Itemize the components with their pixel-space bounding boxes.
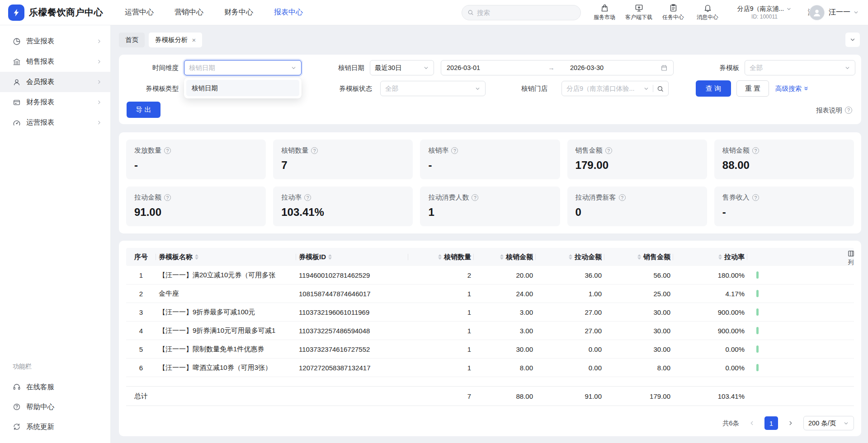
main-content: 首页 券模板分析 × 时间维度 核销日期 核销日期 最近30日 2026-03-… [111,25,868,443]
tab-coupon-template-analysis[interactable]: 券模板分析 × [149,33,202,47]
chevron-down-icon [849,37,856,43]
stat-card-coupon-revenue: 售券收入? - [714,187,854,226]
avatar[interactable] [809,5,825,20]
date-end[interactable]: 2026-03-30 [570,64,656,71]
action-task-center[interactable]: 任务中心 [656,4,690,21]
search-icon [467,9,474,16]
column-settings-button[interactable]: 列 [844,250,858,266]
help-icon[interactable]: ? [164,194,171,201]
stat-value: - [134,159,258,172]
refresh-icon [13,423,21,431]
header-verified-count[interactable]: 核销数量 [408,248,474,266]
help-icon[interactable]: ? [752,194,759,201]
cell-template-name: 【汪一一】啤酒立减10券（可用3张） [156,359,296,377]
client-download-icon [635,4,643,12]
app-logo-icon[interactable] [8,5,24,21]
tab-home[interactable]: 首页 [119,33,145,47]
nav-finance-center[interactable]: 财务中心 [224,8,253,17]
total-verified-amount: 88.00 [474,387,536,406]
sort-icon[interactable] [718,254,722,260]
table-row[interactable]: 2 金牛座 1081587447874646017 1 24.00 1.00 2… [126,284,854,303]
ratio-bar [756,290,759,297]
table-row[interactable]: 6 【汪一一】啤酒立减10券（可用3张） 1207272058387132417… [126,359,854,377]
coupon-template-select[interactable]: 全部 [745,60,855,75]
dropdown-option-verify-date[interactable]: 核销日期 [186,80,299,96]
table-row[interactable]: 3 【汪一一】9折券最多可减100元 1103732196061011969 1… [126,303,854,322]
help-icon[interactable]: ? [605,147,612,154]
sort-icon[interactable] [438,254,442,260]
sidebar-item-online-support[interactable]: 在线客服 [0,377,110,397]
header-pull-rate[interactable]: 拉动率 [673,248,747,266]
tab-collapse-button[interactable] [845,33,860,47]
sidebar-item-system-update[interactable]: 系统更新 [0,417,110,437]
table-row[interactable]: 4 【汪一一】9折券满10元可用最多可减1 110373225748659404… [126,322,854,340]
export-button[interactable]: 导 出 [127,102,160,118]
close-icon[interactable]: × [192,37,196,43]
nav-operations-center[interactable]: 运营中心 [125,8,154,17]
sort-icon[interactable] [637,254,641,260]
help-icon[interactable]: ? [619,194,626,201]
global-search[interactable] [462,5,581,20]
sidebar-item-business-reports[interactable]: 营业报表 [0,31,110,51]
action-service-market[interactable]: 服务市场 [587,4,622,21]
help-icon[interactable]: ? [304,194,311,201]
table-row[interactable]: 5 【汪一一】限制数量免单1件优惠券 1103732374616727552 1… [126,340,854,359]
action-message-center[interactable]: 消息中心 [690,4,725,21]
table-row[interactable]: 1 【汪一一】满20立减10元券（可用多张 119460010278146252… [126,266,854,284]
next-page-button[interactable] [784,417,797,429]
cell-pull-amount: 0.00 [536,359,604,377]
help-icon[interactable]: ? [451,147,458,154]
sidebar-item-help-center[interactable]: 帮助中心 [0,397,110,417]
stat-value: 0 [576,206,699,219]
advanced-search-link[interactable]: 高级搜索 [775,81,809,96]
search-input[interactable] [477,9,575,16]
help-icon[interactable]: ? [752,147,759,154]
store-selector[interactable]: 分店9（南京浦... ID: 100011 [731,5,798,20]
query-button[interactable]: 查 询 [696,80,731,97]
sort-icon[interactable] [195,254,198,260]
sort-icon[interactable] [328,254,332,260]
calendar-icon [660,64,668,71]
cell-seq: 2 [126,284,156,303]
page-number-current[interactable]: 1 [764,416,778,430]
header-sales-amount[interactable]: 销售金额 [604,248,673,266]
report-note[interactable]: 报表说明 ? [816,103,852,118]
action-client-download[interactable]: 客户端下载 [622,4,656,21]
sort-icon[interactable] [569,254,572,260]
store-id: ID: 100011 [751,14,778,20]
nav-marketing-center[interactable]: 营销中心 [175,8,203,17]
verify-date-label: 核销日期 [306,60,364,75]
date-preset-select[interactable]: 最近30日 [370,60,434,75]
date-start[interactable]: 2026-03-01 [447,64,533,71]
cell-bar [747,340,765,358]
prev-page-button[interactable] [745,417,758,429]
page-size-select[interactable]: 200 条/页 [803,416,854,430]
header-template-name[interactable]: 券模板名称 [156,248,296,266]
help-icon[interactable]: ? [311,147,318,154]
action-label: 服务市场 [594,14,615,21]
sort-icon[interactable] [500,254,504,260]
help-icon[interactable]: ? [472,194,478,201]
help-icon[interactable]: ? [164,147,171,154]
search-icon[interactable] [657,85,664,92]
sidebar-item-operations-reports[interactable]: 运营报表 [0,112,110,133]
cell-verified-amount: 30.00 [474,340,536,358]
user-menu-chevron-icon[interactable] [853,9,859,15]
header-template-id[interactable]: 券模板ID [296,248,408,266]
nav-report-center[interactable]: 报表中心 [274,8,303,17]
sidebar-item-member-reports[interactable]: 会员报表 [0,72,110,92]
time-dimension-select[interactable]: 核销日期 [184,60,302,75]
cell-verified-count: 1 [408,303,474,321]
template-status-select[interactable]: 全部 [380,81,486,96]
sidebar-item-sales-reports[interactable]: 销售报表 [0,51,110,72]
cell-verified-amount: 3.00 [474,303,536,321]
stat-value: 1 [428,206,552,219]
sidebar-item-finance-reports[interactable]: 财务报表 [0,92,110,112]
date-range-input[interactable]: 2026-03-01 → 2026-03-30 [441,60,674,75]
header-verified-amount[interactable]: 核销金额 [474,248,536,266]
header-pull-amount[interactable]: 拉动金额 [536,248,604,266]
verify-store-select[interactable]: 分店9（南京浦口体验... [561,81,669,96]
reset-button[interactable]: 重 置 [736,80,769,97]
cell-template-id: 1103732374616727552 [296,340,408,358]
stat-value: 7 [281,159,405,172]
